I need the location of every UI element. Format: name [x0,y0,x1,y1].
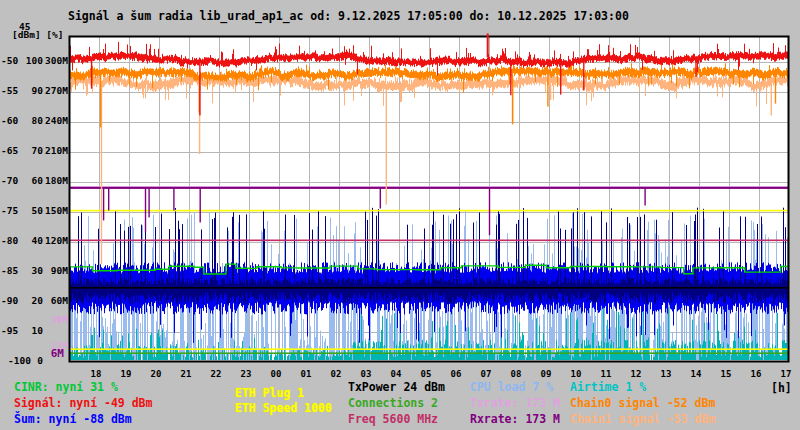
legend-txpower: TxPower 24 dBm [348,382,445,394]
y-axis-row--60: -6080240M [0,116,68,127]
x-axis-hour-label-20: 20 [145,370,167,379]
y-tick-pct: 40 [17,236,43,246]
legend-eth-speed: ETH Speed 1000 [235,403,332,415]
y-tick-pct: 30 [17,266,43,276]
y-axis-row--95: -9510 [0,326,68,337]
y-tick-mb: 150M [42,206,68,216]
x-axis-hour-label-06: 06 [445,370,467,379]
y-axis-row--70: -7060180M [0,176,68,187]
x-axis-hour-label-23: 23 [235,370,257,379]
legend-eth-plug: ETH Plug 1 [235,388,304,400]
legend-chain1: Chain1 signal -53 dBm [570,414,715,426]
legend-rxrate: Rxrate: 173 M [470,414,560,426]
x-axis-hour-label-09: 09 [535,370,557,379]
y-tick-mb: 240M [42,116,68,126]
y-axis-row--65: -6570210M [0,146,68,157]
x-axis-hour-label-15: 15 [715,370,737,379]
y-axis-row--90: -902060M [0,296,68,307]
y-axis-row--75: -7550150M [0,206,68,217]
x-axis-hour-label-00: 00 [265,370,287,379]
x-axis-hour-label-18: 18 [85,370,107,379]
y-tick-pct: 60 [17,176,43,186]
x-axis-hour-label-01: 01 [295,370,317,379]
legend-cinr: CINR: nyní 31 % [14,382,118,394]
x-axis-hour-label-07: 07 [475,370,497,379]
legend-noise: Šum: nyní -88 dBm [14,414,132,426]
x-axis-hour-label-05: 05 [415,370,437,379]
chart-plot-area [0,0,800,430]
y-tick-mb: 270M [42,86,68,96]
x-axis-hour-label-22: 22 [205,370,227,379]
y-tick-pct: 50 [17,206,43,216]
x-axis-hour-label-13: 13 [655,370,677,379]
y-axis-row--80: -8040120M [0,236,68,247]
legend-cpu-load: CPU load 7 % [470,382,553,394]
x-axis-hour-label-10: 10 [565,370,587,379]
legend-signal: Signál: nyní -49 dBm [14,398,152,410]
y-tick-mb: 60M [42,296,68,306]
y-tick-pct: 0 [17,356,43,366]
y-tick-mb: 120M [42,236,68,246]
y-tick-pct: 80 [17,116,43,126]
x-axis-hour-label-11: 11 [595,370,617,379]
y-axis-row--50: -50100300M [0,56,68,67]
x-axis-hour-label-02: 02 [325,370,347,379]
y-tick-pct: 20 [17,296,43,306]
x-axis-hour-label-03: 03 [355,370,377,379]
rrd-graph-page: Signál a šum radia lib_urad_ap1_ac od: 9… [0,0,800,430]
y-axis-avg-tick-6M: 6M [47,348,64,359]
x-axis-hour-label-17: 17 [775,370,797,379]
y-axis-unit-label: [dBm] [%] [12,30,63,40]
y-tick-pct: 70 [17,146,43,156]
y-tick-pct: 90 [17,86,43,96]
x-axis-hour-label-04: 04 [385,370,407,379]
y-tick-mb: 210M [42,146,68,156]
x-axis-hour-label-08: 08 [505,370,527,379]
legend-airtime: Airtime 1 % [570,382,646,394]
y-axis-row--55: -5590270M [0,86,68,97]
y-tick-mb: 300M [42,56,68,66]
legend-chain0: Chain0 signal -52 dBm [570,398,715,410]
x-axis-hour-label-21: 21 [175,370,197,379]
chart-title: Signál a šum radia lib_urad_ap1_ac od: 9… [68,11,629,23]
x-axis-hour-label-12: 12 [625,370,647,379]
y-tick-mb: 180M [42,176,68,186]
x-axis-hour-label-16: 16 [745,370,767,379]
legend-txrate: Txrate: 173 M [470,398,560,410]
x-axis-hour-label-19: 19 [115,370,137,379]
y-tick-mb: 90M [42,266,68,276]
y-tick-pct: 100 [17,56,43,66]
y-axis-row--85: -853090M [0,266,68,277]
y-axis-avg-tick-39M: 39M [42,315,68,325]
x-axis-hour-label-14: 14 [685,370,707,379]
y-tick-pct: 10 [17,326,43,336]
x-axis-unit-label: [h] [771,383,792,395]
legend-freq: Freq 5600 MHz [348,414,438,426]
legend-connections: Connections 2 [348,398,438,410]
